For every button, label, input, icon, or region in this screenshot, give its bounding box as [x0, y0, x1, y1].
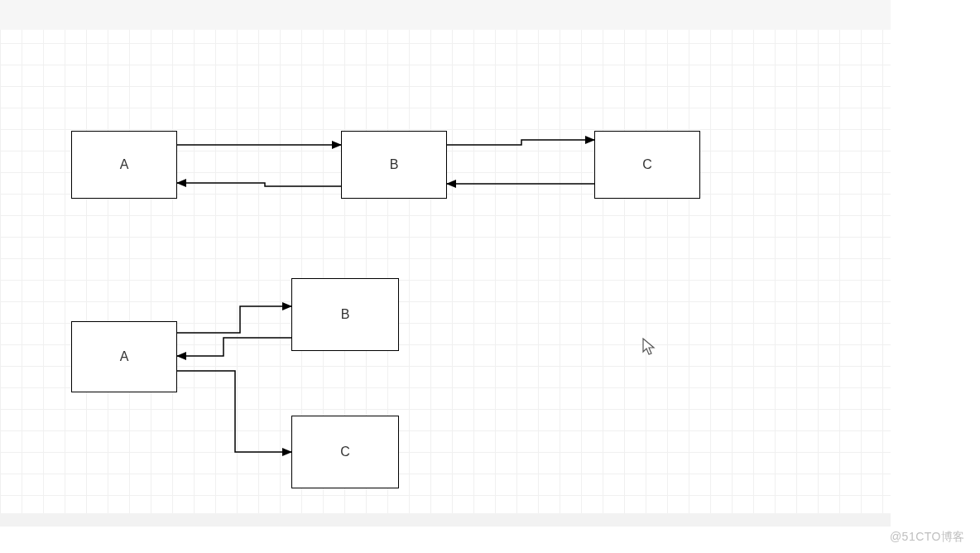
- box-c-2[interactable]: C: [291, 416, 399, 488]
- watermark: @51CTO博客: [890, 530, 965, 545]
- box-label: C: [642, 157, 652, 172]
- right-panel: [891, 0, 980, 553]
- box-label: C: [340, 445, 350, 459]
- box-a-1[interactable]: A: [71, 131, 177, 199]
- box-c-1[interactable]: C: [594, 131, 700, 199]
- box-b-2[interactable]: B: [291, 278, 399, 351]
- box-label: B: [390, 157, 399, 172]
- box-label: A: [120, 157, 129, 172]
- box-label: A: [120, 349, 129, 364]
- top-margin: [0, 0, 891, 30]
- box-b-1[interactable]: B: [341, 131, 447, 199]
- box-a-2[interactable]: A: [71, 321, 177, 392]
- diagram-canvas: [0, 0, 891, 522]
- box-label: B: [341, 307, 350, 322]
- bottom-margin: [0, 513, 891, 527]
